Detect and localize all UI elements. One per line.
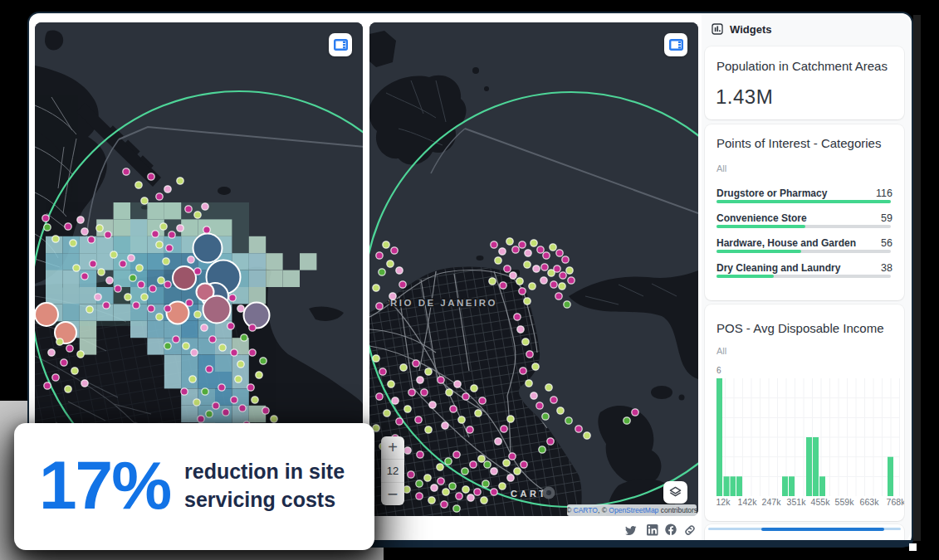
svg-text:768k: 768k: [887, 497, 904, 507]
svg-text:247k: 247k: [762, 497, 782, 507]
svg-text:142k: 142k: [738, 497, 758, 507]
svg-text:RIO DE JANEIRO: RIO DE JANEIRO: [390, 298, 497, 308]
svg-text:12k: 12k: [716, 497, 731, 507]
svg-text:663k: 663k: [860, 497, 880, 507]
svg-text:351k: 351k: [787, 497, 807, 507]
svg-text:559k: 559k: [835, 497, 855, 507]
svg-text:455k: 455k: [811, 497, 831, 507]
svg-text:CART: CART: [511, 489, 548, 499]
